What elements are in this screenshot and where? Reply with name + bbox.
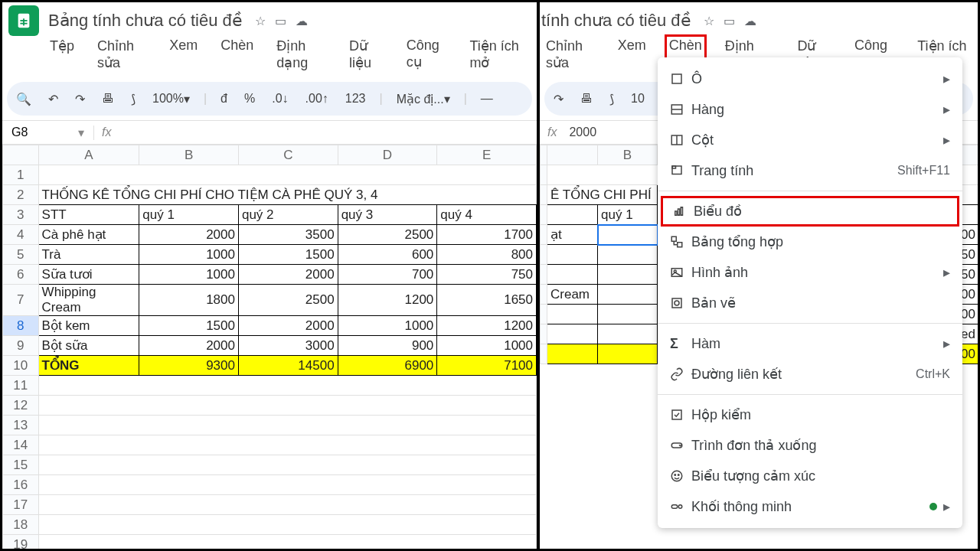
menu-chen[interactable]: Chèn (216, 34, 258, 74)
menu-xem[interactable]: Xem (613, 34, 651, 74)
menu-item-sigma[interactable]: ΣHàm▸ (658, 328, 962, 359)
insert-menu: Ô▸Hàng▸Cột▸Trang tínhShift+F11Biểu đồBản… (658, 57, 962, 528)
print-icon[interactable]: 🖶 (577, 89, 596, 109)
doc-title-right[interactable]: tính chưa có tiêu đề (541, 11, 691, 31)
minus-icon[interactable]: — (478, 89, 496, 109)
menu-item-label: Đường liên kết (691, 366, 916, 383)
menu-item-label: Trang tính (691, 163, 897, 179)
cloud-icon[interactable]: ☁ (296, 14, 308, 28)
menu-item-label: Biểu đồ (694, 203, 948, 220)
menu-tep[interactable]: Tệp (45, 34, 79, 74)
menu-congcu[interactable]: Công cụ (402, 34, 452, 74)
svg-point-22 (671, 471, 682, 481)
paint-format-icon[interactable]: ⟆ (606, 89, 617, 109)
menu-chinhsua[interactable]: Chỉnh sửa (541, 34, 599, 74)
paint-format-icon[interactable]: ⟆ (128, 89, 139, 109)
svg-rect-13 (681, 207, 682, 216)
zoom-dropdown[interactable]: 100% ▾ (149, 89, 193, 109)
svg-rect-12 (678, 209, 680, 215)
table-row: 7Whipping Cream1800250012001650 (3, 285, 537, 316)
menu-item-emoji[interactable]: Biểu tượng cảm xúc (658, 461, 962, 491)
cloud-icon[interactable]: ☁ (744, 14, 756, 28)
spreadsheet-grid[interactable]: ABCDE12THỐNG KÊ TỔNG CHI PHÍ CHO TIỆM CÀ… (2, 145, 537, 549)
square-icon (670, 72, 691, 86)
rows-icon (670, 103, 691, 116)
chart-icon (672, 204, 694, 218)
dec-increase-icon[interactable]: .00↑ (302, 89, 332, 109)
menu-item-label: Biểu tượng cảm xúc (691, 468, 950, 484)
menu-separator (658, 323, 962, 324)
emoji-icon (670, 469, 691, 483)
table-row: 9Bột sữa200030009001000 (3, 336, 537, 356)
menu-item-rows[interactable]: Hàng▸ (658, 94, 962, 125)
name-box[interactable]: G8▾ (2, 126, 94, 140)
percent-button[interactable]: % (241, 89, 258, 109)
chevron-right-icon: ▸ (943, 498, 950, 515)
menu-xem[interactable]: Xem (165, 34, 202, 74)
star-icon[interactable]: ☆ (255, 14, 266, 28)
table-row: 8Bột kem1500200010001200 (3, 316, 537, 336)
menu-item-label: Trình đơn thả xuống (691, 437, 950, 454)
print-icon[interactable]: 🖶 (99, 89, 117, 109)
menu-dinhdang[interactable]: Định dạng (272, 34, 331, 74)
chevron-right-icon: ▸ (943, 70, 950, 87)
shortcut-label: Shift+F11 (897, 164, 950, 178)
svg-rect-3 (23, 18, 24, 25)
currency-button[interactable]: đ (217, 89, 230, 109)
status-dot-icon (929, 503, 937, 510)
svg-rect-10 (672, 166, 676, 168)
svg-rect-14 (671, 236, 676, 241)
format-123-button[interactable]: 123 (342, 89, 369, 109)
menu-item-label: Bảng tổng hợp (691, 233, 950, 250)
menu-item-sheet[interactable]: Trang tínhShift+F11 (658, 155, 962, 186)
menu-tienich[interactable]: Tiện ích mở (465, 34, 531, 74)
move-icon[interactable]: ▭ (724, 14, 735, 28)
shortcut-label: Ctrl+K (916, 367, 950, 381)
menu-item-chart[interactable]: Biểu đồ (661, 196, 959, 227)
table-row: 6Sữa tươi10002000700750 (3, 265, 537, 285)
cols-icon (670, 133, 691, 147)
menu-separator (658, 394, 962, 395)
table-row: 5Trà10001500600800 (3, 245, 537, 265)
sheet-icon (670, 164, 691, 178)
menu-item-cols[interactable]: Cột▸ (658, 125, 962, 155)
chevron-right-icon: ▸ (943, 264, 950, 281)
menu-item-pivot[interactable]: Bảng tổng hợp (658, 227, 962, 257)
menu-item-image[interactable]: Hình ảnh▸ (658, 257, 962, 288)
svg-rect-18 (672, 298, 681, 308)
undo-icon[interactable]: ↶ (45, 89, 61, 109)
drawing-icon (670, 296, 691, 310)
menu-item-drawing[interactable]: Bản vẽ (658, 288, 962, 318)
titlebar-right: tính chưa có tiêu đề ☆ ▭ ☁ (540, 2, 978, 33)
chevron-right-icon: ▸ (943, 335, 950, 352)
search-icon[interactable]: 🔍 (13, 89, 34, 109)
move-icon[interactable]: ▭ (275, 14, 286, 28)
menu-item-check[interactable]: Hộp kiểm (658, 399, 962, 430)
svg-point-19 (675, 301, 679, 305)
menu-item-dropdown[interactable]: Trình đơn thả xuống (658, 430, 962, 461)
redo-icon[interactable]: ↷ (72, 89, 88, 109)
menu-item-label: Hàm (691, 336, 943, 352)
menu-item-link[interactable]: Đường liên kếtCtrl+K (658, 359, 962, 390)
toolbar: 🔍 ↶ ↷ 🖶 ⟆ 100% ▾ | đ % .0↓ .00↑ 123 | Mặ… (7, 82, 532, 116)
zoom-dropdown[interactable]: 10 (628, 89, 648, 109)
chevron-right-icon: ▸ (943, 132, 950, 148)
dropdown-icon (670, 439, 691, 452)
star-icon[interactable]: ☆ (704, 14, 714, 28)
menu-item-square[interactable]: Ô▸ (658, 64, 962, 94)
menu-dulieu[interactable]: Dữ liệu (345, 34, 388, 74)
menu-chinhsua[interactable]: Chỉnh sửa (93, 34, 151, 74)
pivot-icon (670, 235, 691, 249)
svg-rect-9 (672, 166, 681, 174)
menu-item-label: Bản vẽ (691, 295, 950, 311)
svg-point-23 (675, 474, 676, 476)
font-dropdown[interactable]: Mặc đị... ▾ (394, 89, 453, 109)
dec-decrease-icon[interactable]: .0↓ (269, 89, 291, 109)
redo-icon[interactable]: ↷ (550, 89, 567, 109)
menu-item-smart[interactable]: Khối thông minh▸ (658, 491, 962, 522)
fx-icon: fx (94, 126, 119, 139)
sheets-logo-icon[interactable] (8, 5, 39, 36)
right-pane: tính chưa có tiêu đề ☆ ▭ ☁ Chỉnh sửa Xem… (540, 2, 978, 549)
chevron-right-icon: ▸ (943, 101, 950, 118)
doc-title[interactable]: Bảng tính chưa có tiêu đề (48, 11, 243, 31)
